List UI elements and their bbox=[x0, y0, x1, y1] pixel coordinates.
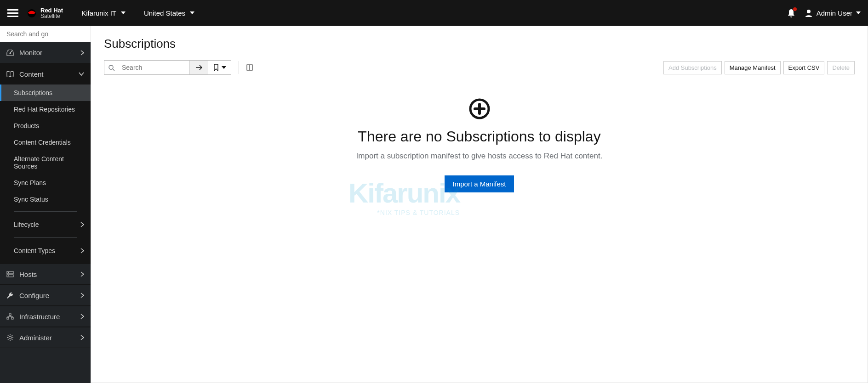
svg-point-9 bbox=[8, 276, 9, 276]
empty-description: Import a subscription manifest to give h… bbox=[104, 152, 855, 161]
sidebar-item-label: Infrastructure bbox=[19, 313, 60, 321]
toolbar: Add Subscriptions Manage Manifest Export… bbox=[104, 60, 855, 75]
page-title: Subscriptions bbox=[104, 37, 855, 51]
divider bbox=[14, 211, 77, 212]
hamburger-menu[interactable] bbox=[7, 7, 18, 18]
sidebar: Monitor Content Subscriptions Red Hat Re… bbox=[0, 26, 91, 383]
global-search[interactable] bbox=[0, 26, 91, 42]
redhat-icon bbox=[26, 8, 38, 17]
chevron-right-icon bbox=[80, 222, 84, 227]
export-csv-button[interactable]: Export CSV bbox=[783, 61, 825, 74]
gear-icon bbox=[6, 334, 15, 341]
search-icon-wrapper bbox=[104, 61, 118, 74]
sub-item-redhat-repos[interactable]: Red Hat Repositories bbox=[0, 101, 91, 118]
svg-point-4 bbox=[10, 52, 11, 54]
sidebar-item-label: Hosts bbox=[19, 270, 37, 278]
svg-line-15 bbox=[113, 69, 114, 71]
brand-bottom: Satellite bbox=[40, 13, 63, 19]
search-submit-button[interactable] bbox=[189, 61, 208, 74]
brand-top: Red Hat bbox=[40, 7, 63, 13]
caret-down-icon bbox=[121, 11, 126, 14]
org-label: Kifarunix IT bbox=[81, 9, 116, 17]
svg-point-1 bbox=[807, 10, 811, 13]
import-manifest-button[interactable]: Import a Manifest bbox=[445, 175, 514, 192]
organization-dropdown[interactable]: Kifarunix IT bbox=[81, 9, 126, 17]
caret-down-icon bbox=[856, 11, 861, 14]
location-dropdown[interactable]: United States bbox=[144, 9, 194, 17]
divider bbox=[14, 237, 77, 238]
empty-title: There are no Subscriptions to display bbox=[104, 128, 855, 145]
sub-item-content-credentials[interactable]: Content Credentials bbox=[0, 134, 91, 151]
sub-item-subscriptions[interactable]: Subscriptions bbox=[0, 84, 91, 101]
sidebar-item-administer[interactable]: Administer bbox=[0, 327, 91, 348]
sub-group-label: Content Types bbox=[14, 247, 55, 254]
svg-rect-11 bbox=[7, 317, 9, 319]
sub-item-alt-content-sources[interactable]: Alternate Content Sources bbox=[0, 151, 91, 175]
sidebar-item-hosts[interactable]: Hosts bbox=[0, 264, 91, 285]
sidebar-item-content[interactable]: Content bbox=[0, 63, 91, 84]
chevron-right-icon bbox=[80, 335, 84, 340]
brand-logo[interactable]: Red Hat Satellite bbox=[26, 7, 63, 19]
server-icon bbox=[6, 271, 15, 277]
global-search-input[interactable] bbox=[6, 30, 87, 38]
empty-state: There are no Subscriptions to display Im… bbox=[104, 98, 855, 192]
wrench-icon bbox=[6, 292, 15, 299]
chevron-right-icon bbox=[80, 50, 84, 56]
sidebar-item-configure[interactable]: Configure bbox=[0, 285, 91, 306]
sidebar-item-label: Monitor bbox=[19, 49, 42, 56]
columns-button[interactable] bbox=[246, 64, 253, 71]
caret-down-icon bbox=[222, 66, 226, 69]
sidebar-item-infrastructure[interactable]: Infrastructure bbox=[0, 306, 91, 327]
sidebar-item-label: Administer bbox=[19, 334, 52, 342]
sub-item-sync-status[interactable]: Sync Status bbox=[0, 191, 91, 208]
arrow-right-icon bbox=[195, 64, 203, 71]
chevron-right-icon bbox=[80, 271, 84, 277]
bookmark-icon bbox=[213, 64, 219, 71]
notifications-button[interactable] bbox=[787, 8, 795, 17]
user-menu[interactable]: Admin User bbox=[805, 9, 861, 17]
search-icon bbox=[108, 65, 114, 71]
svg-point-13 bbox=[9, 336, 11, 339]
sidebar-item-label: Configure bbox=[19, 292, 49, 299]
sub-group-label: Lifecycle bbox=[14, 221, 39, 228]
add-subscriptions-button[interactable]: Add Subscriptions bbox=[663, 61, 722, 74]
notification-dot bbox=[793, 7, 797, 11]
top-bar: Red Hat Satellite Kifarunix IT United St… bbox=[0, 0, 868, 26]
user-name: Admin User bbox=[817, 9, 852, 17]
svg-rect-10 bbox=[9, 314, 11, 315]
divider bbox=[239, 61, 239, 74]
sub-item-sync-plans[interactable]: Sync Plans bbox=[0, 175, 91, 191]
structure-icon bbox=[6, 313, 15, 320]
book-icon bbox=[6, 71, 15, 77]
sidebar-item-monitor[interactable]: Monitor bbox=[0, 42, 91, 63]
user-icon bbox=[805, 9, 813, 17]
sub-group-content-types[interactable]: Content Types bbox=[0, 242, 91, 260]
main-content: Kifarunix *NIX TIPS & TUTORIALS Subscrip… bbox=[91, 26, 868, 383]
content-submenu: Subscriptions Red Hat Repositories Produ… bbox=[0, 84, 91, 264]
caret-down-icon bbox=[190, 11, 194, 14]
bookmark-dropdown[interactable] bbox=[208, 61, 231, 74]
location-label: United States bbox=[144, 9, 185, 17]
chevron-right-icon bbox=[80, 248, 84, 253]
svg-point-8 bbox=[8, 272, 9, 273]
sub-item-products[interactable]: Products bbox=[0, 118, 91, 134]
chevron-down-icon bbox=[79, 72, 84, 76]
chevron-right-icon bbox=[80, 314, 84, 319]
search-combo bbox=[104, 60, 231, 75]
manage-manifest-button[interactable]: Manage Manifest bbox=[725, 61, 781, 74]
search-input[interactable] bbox=[118, 61, 189, 74]
delete-button[interactable]: Delete bbox=[827, 61, 855, 74]
columns-icon bbox=[246, 64, 253, 71]
plus-circle-icon bbox=[468, 98, 491, 120]
chevron-right-icon bbox=[80, 293, 84, 298]
svg-point-14 bbox=[109, 65, 113, 69]
sub-group-lifecycle[interactable]: Lifecycle bbox=[0, 215, 91, 234]
sidebar-item-label: Content bbox=[19, 70, 44, 78]
svg-rect-12 bbox=[11, 317, 13, 319]
dashboard-icon bbox=[6, 50, 15, 56]
